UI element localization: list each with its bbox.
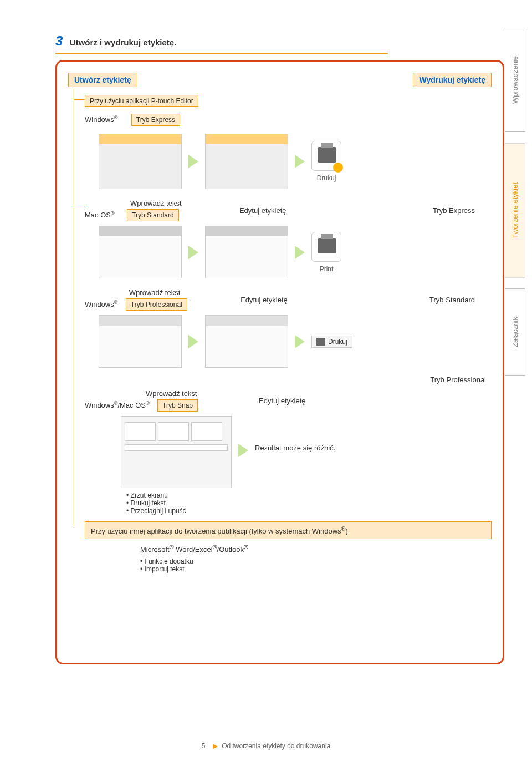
screenshot-mac-2	[205, 226, 288, 278]
os-windows-2: Windows®	[85, 300, 117, 308]
bullet-print-text: Drukuj tekst	[126, 499, 232, 507]
page-number: 5	[202, 742, 206, 750]
print-icon-print	[311, 232, 341, 262]
edit-label-1: Edytuj etykietę	[239, 206, 287, 215]
tryb-standard-side: Tryb Standard	[429, 296, 475, 304]
screenshot-express-1	[99, 134, 182, 189]
ms-office-line: Microsoft® Word/Excel®/Outlook®	[140, 544, 492, 554]
main-workflow-frame: Utwórz etykietę Przy użyciu aplikacji P-…	[55, 60, 504, 664]
bullet-import: Importuj tekst	[140, 565, 492, 573]
print-icon-label: Drukuj	[311, 174, 341, 182]
edit-label-2: Edytuj etykietę	[241, 296, 288, 304]
step-number: 3	[55, 33, 63, 49]
os-macos: Mac OS®	[85, 211, 115, 219]
side-tab-creating[interactable]: Tworzenie etykiet	[505, 143, 525, 277]
arrow-icon	[238, 444, 248, 457]
print-icon-label-en: Print	[311, 265, 341, 273]
mode-standard-box: Tryb Standard	[127, 209, 179, 221]
bullet-screenshot: Zrzut ekranu	[126, 491, 232, 499]
bullet-addon: Funkcje dodatku	[140, 557, 492, 565]
triangle-icon: ▶	[213, 742, 218, 750]
tryb-professional-side: Tryb Professional	[99, 376, 486, 384]
bullet-drag-drop: Przeciągnij i upuść	[126, 507, 232, 515]
snap-bullets: Zrzut ekranu Drukuj tekst Przeciągnij i …	[126, 491, 232, 515]
arrow-icon	[295, 246, 305, 259]
side-tab-intro[interactable]: Wprowadzenie	[505, 28, 525, 132]
create-label-box: Utwórz etykietę	[68, 73, 137, 87]
arrow-icon	[295, 335, 305, 348]
arrow-icon	[188, 246, 198, 259]
accent-line	[55, 53, 388, 54]
side-tab-appendix[interactable]: Załącznik	[505, 288, 525, 376]
using-other-app-box: Przy użyciu innej aplikacji do tworzenia…	[85, 521, 492, 539]
screenshot-express-2	[205, 134, 288, 189]
enter-text-label-3: Wprowadź tekst	[146, 389, 198, 398]
drukuj-button-label: Drukuj	[328, 338, 347, 346]
edit-label-3: Edytuj etykietę	[259, 397, 306, 405]
os-windows-1: Windows®	[85, 115, 117, 124]
mode-snap-box: Tryb Snap	[157, 399, 198, 412]
tryb-express-side: Tryb Express	[433, 206, 475, 215]
arrow-icon	[188, 155, 198, 168]
screenshot-mac-1	[99, 226, 182, 278]
enter-text-label-1: Wprowadź tekst	[130, 199, 181, 207]
mode-professional-box: Tryb Professional	[126, 298, 187, 311]
result-may-vary: Rezultat może się różnić.	[255, 444, 335, 452]
snap-dialog-thumb	[121, 416, 232, 488]
enter-text-label-2: Wprowadź tekst	[129, 288, 187, 297]
footer-crumb: Od tworzenia etykiety do drukowania	[222, 742, 330, 750]
arrow-icon	[188, 335, 198, 348]
screenshot-pro-1	[99, 315, 182, 368]
arrow-icon	[295, 155, 305, 168]
side-nav: Wprowadzenie Tworzenie etykiet Załącznik	[505, 28, 525, 376]
os-combo: Windows®/Mac OS®	[85, 401, 150, 409]
using-app-box: Przy użyciu aplikacji P-touch Editor	[85, 95, 198, 107]
step-title: Utwórz i wydrukuj etykietę.	[70, 38, 177, 47]
drukuj-button: Drukuj	[311, 336, 352, 348]
page-footer: 5 ▶ Od tworzenia etykiety do drukowania	[0, 742, 532, 750]
print-label-box: Wydrukuj etykietę	[413, 73, 492, 87]
print-icon-drukuj	[311, 141, 341, 171]
screenshot-pro-2	[205, 315, 288, 368]
mode-express-box: Tryb Express	[131, 114, 180, 126]
